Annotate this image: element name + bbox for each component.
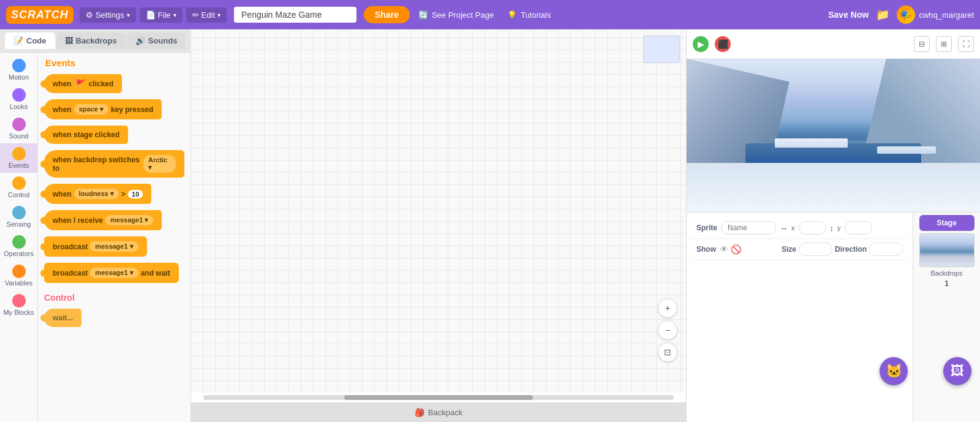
stage-tab-button[interactable]: Stage	[919, 215, 974, 231]
backdrops-count: 1	[944, 279, 949, 288]
zoom-controls: + − ⊡	[658, 298, 677, 362]
sprites-panel: Sprite ↔ x ↕ y Show 👁 🚫	[687, 213, 913, 422]
avatar: 🎭	[897, 6, 915, 24]
y-label: y	[837, 224, 841, 232]
folder-icon-button[interactable]: 📁	[872, 6, 893, 24]
flag-icon: 🚩	[75, 79, 85, 88]
ice-shelf-left	[775, 138, 848, 148]
tab-sounds[interactable]: 🔊 Sounds	[127, 32, 186, 49]
xy-icon: ↔	[780, 224, 788, 233]
sidebar-item-looks[interactable]: Looks	[0, 85, 37, 114]
chevron-down-icon: ▾	[127, 12, 130, 18]
backpack-bar[interactable]: 🎒 Backpack	[191, 402, 686, 422]
sprite-label: Sprite	[696, 224, 717, 232]
eye-open-button[interactable]: 👁	[720, 244, 728, 254]
block-when-loudness[interactable]: when loudness ▾ > 10	[44, 184, 151, 204]
chevron-down-icon: ▾	[173, 12, 176, 18]
eye-closed-button[interactable]: 🚫	[731, 244, 741, 254]
block-when-backdrop[interactable]: when backdrop switches to Arctic ▾	[44, 150, 184, 178]
zoom-out-button[interactable]: −	[658, 320, 677, 340]
sprite-area: Sprite ↔ x ↕ y Show 👁 🚫	[687, 212, 980, 422]
snow-ground	[687, 163, 980, 212]
sprite-grid	[692, 260, 908, 268]
horizontal-scrollbar[interactable]	[203, 395, 674, 400]
stop-button[interactable]: ⬛	[715, 36, 731, 52]
blocks-panel: Events when 🚩 clicked when space ▾ key p…	[38, 53, 191, 422]
sidebar-item-sound[interactable]: Sound	[0, 114, 37, 143]
scrollbar-thumb[interactable]	[344, 395, 532, 400]
sidebar-item-control[interactable]: Control	[0, 173, 37, 202]
zoom-in-button[interactable]: +	[658, 298, 677, 318]
backdrop-icon: 🖼	[65, 36, 73, 45]
edit-icon: ✏	[192, 10, 199, 20]
stage-controls: ▶ ⬛ ⊟ ⊞ ⛶	[687, 29, 980, 59]
save-now-button[interactable]: Save Now	[828, 10, 869, 20]
user-area[interactable]: 🎭 cwhq_margaret	[897, 6, 974, 24]
add-sprite-button[interactable]: 🐱	[880, 357, 908, 385]
block-when-receive[interactable]: when I receive message1 ▾	[44, 210, 162, 230]
stage-panel: Stage Backdrops 1	[913, 213, 980, 422]
sidebar-item-myblocks[interactable]: My Blocks	[0, 290, 37, 320]
show-buttons: 👁 🚫	[720, 244, 741, 254]
tab-code[interactable]: 📝 Code	[5, 32, 55, 49]
sound-icon: 🔊	[135, 36, 145, 45]
script-area-container: + − ⊡ 🎒 Backpack	[191, 29, 686, 422]
events-header: Events	[38, 53, 190, 72]
scratch-logo[interactable]: SCRATCH	[6, 6, 74, 24]
sprite-name-input[interactable]	[721, 221, 776, 235]
file-button[interactable]: 📄 File ▾	[140, 7, 183, 23]
y-input[interactable]	[845, 221, 872, 235]
green-flag-button[interactable]: ▶	[693, 36, 709, 52]
category-sidebar: Motion Looks Sound Events Control	[0, 53, 38, 422]
refresh-icon: 🔄	[418, 10, 428, 20]
control-section-header: Control	[44, 293, 184, 303]
stage-thumbnail[interactable]	[919, 233, 974, 267]
sidebar-item-operators[interactable]: Operators	[0, 232, 37, 261]
show-label: Show	[696, 245, 716, 254]
size-label: Size	[782, 245, 796, 254]
code-icon: 📝	[13, 36, 23, 45]
zoom-fit-button[interactable]: ⊡	[658, 342, 677, 362]
block-when-stage[interactable]: when stage clicked	[44, 126, 128, 144]
block-broadcast-wait[interactable]: broadcast message1 ▾ and wait	[44, 263, 179, 283]
size-input[interactable]	[799, 243, 832, 256]
sidebar-item-variables[interactable]: Variables	[0, 261, 37, 290]
layout-normal-button[interactable]: ⊞	[936, 36, 952, 52]
stage-preview	[687, 59, 980, 212]
blocks-list: when 🚩 clicked when space ▾ key pressed …	[38, 72, 190, 422]
layout-fullscreen-button[interactable]: ⛶	[958, 36, 974, 52]
project-name-input[interactable]	[234, 7, 356, 23]
block-broadcast[interactable]: broadcast message1 ▾	[44, 236, 147, 257]
edit-button[interactable]: ✏ Edit ▾	[186, 7, 227, 23]
stage-mini-preview	[643, 36, 680, 63]
editor-tabs: 📝 Code 🖼 Backdrops 🔊 Sounds	[0, 29, 191, 53]
script-area[interactable]: + − ⊡	[191, 29, 686, 393]
settings-icon: ⚙	[86, 10, 93, 20]
main-area: 📝 Code 🖼 Backdrops 🔊 Sounds Motion	[0, 29, 980, 422]
block-when-key[interactable]: when space ▾ key pressed	[44, 99, 162, 119]
chevron-down-icon: ▾	[217, 12, 221, 18]
add-backdrop-button[interactable]: 🖼	[943, 357, 971, 385]
script-canvas	[191, 29, 686, 393]
x-label: x	[791, 224, 795, 232]
sprite-info-bar: Sprite ↔ x ↕ y	[692, 217, 908, 239]
see-project-button[interactable]: 🔄 See Project Page	[413, 7, 499, 23]
direction-input[interactable]	[869, 243, 903, 256]
arctic-scene	[687, 59, 980, 212]
sidebar-item-sensing[interactable]: Sensing	[0, 202, 37, 232]
tutorials-button[interactable]: 💡 Tutorials	[502, 7, 556, 23]
yz-icon: ↕	[830, 224, 834, 233]
layout-small-button[interactable]: ⊟	[914, 36, 930, 52]
x-input[interactable]	[799, 221, 826, 235]
block-control-partial[interactable]: wait...	[44, 309, 81, 327]
sidebar-item-events[interactable]: Events	[0, 143, 37, 173]
sidebar-item-motion[interactable]: Motion	[0, 55, 37, 85]
navbar: SCRATCH ⚙ Settings ▾ 📄 File ▾ ✏ Edit ▾ S…	[0, 0, 980, 29]
settings-button[interactable]: ⚙ Settings ▾	[80, 7, 136, 23]
tab-backdrops[interactable]: 🖼 Backdrops	[56, 32, 126, 49]
share-button[interactable]: Share	[364, 6, 410, 23]
backpack-icon: 🎒	[415, 408, 424, 417]
ice-shelf-right	[877, 146, 936, 154]
size-direction-area: Size Direction	[782, 243, 903, 256]
block-when-flag[interactable]: when 🚩 clicked	[44, 74, 122, 93]
